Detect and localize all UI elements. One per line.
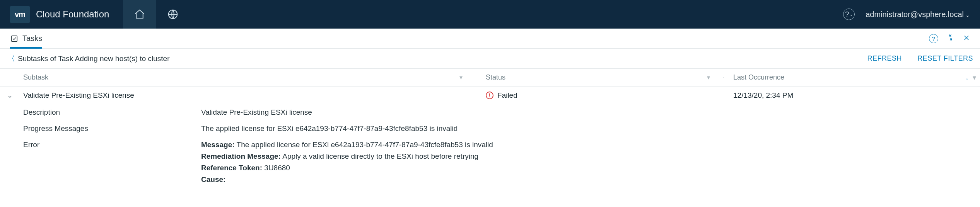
detail-value: The applied license for ESXi e642a193-b7… bbox=[201, 124, 980, 133]
message-label: Message: bbox=[201, 141, 235, 149]
brand: vm Cloud Foundation bbox=[0, 6, 123, 23]
tab-label: Tasks bbox=[22, 34, 42, 43]
message-value: The applied license for ESXi e642a193-b7… bbox=[237, 141, 493, 149]
tab-actions: ? bbox=[929, 34, 970, 44]
column-label: Last Occurrence bbox=[733, 73, 784, 81]
filter-icon[interactable]: ▾ bbox=[707, 74, 710, 81]
detail-label: Progress Messages bbox=[0, 124, 201, 133]
detail-progress: Progress Messages The applied license fo… bbox=[0, 120, 980, 137]
vmware-logo: vm bbox=[10, 6, 30, 23]
column-header-last-occurrence[interactable]: Last Occurrence ↓▾ bbox=[723, 73, 980, 82]
panel-help-icon[interactable]: ? bbox=[929, 34, 938, 43]
subtask-name: Validate Pre-Existing ESXi license bbox=[23, 91, 134, 100]
collapse-icon[interactable] bbox=[947, 34, 954, 44]
reference-value: 3U8680 bbox=[264, 164, 290, 172]
status-badge: ! Failed bbox=[486, 91, 517, 100]
sort-controls[interactable]: ↓▾ bbox=[965, 73, 976, 82]
chevron-down-icon: ⌄ bbox=[965, 12, 970, 18]
row-details: Description Validate Pre-Existing ESXi l… bbox=[0, 104, 980, 191]
cause-label: Cause: bbox=[201, 175, 225, 183]
home-icon[interactable] bbox=[123, 0, 156, 29]
breadcrumb-text: Subtasks of Task Adding new host(s) to c… bbox=[18, 54, 170, 63]
filter-icon[interactable]: ▾ bbox=[973, 73, 976, 82]
detail-label: Error bbox=[0, 141, 201, 187]
detail-value: Message: The applied license for ESXi e6… bbox=[201, 141, 980, 187]
filter-icon[interactable]: ▾ bbox=[459, 74, 463, 81]
help-icon[interactable]: ?⌄ bbox=[843, 8, 855, 20]
column-header-status[interactable]: Status ▾ bbox=[476, 73, 723, 81]
column-label: Subtask bbox=[23, 73, 48, 81]
tasks-icon bbox=[10, 34, 19, 43]
column-header-subtask[interactable]: Subtask ▾ bbox=[0, 73, 476, 81]
breadcrumb-back[interactable]: 〈 Subtasks of Task Adding new host(s) to… bbox=[7, 53, 170, 64]
remediation-label: Remediation Message: bbox=[201, 152, 281, 160]
error-icon: ! bbox=[486, 92, 493, 99]
globe-icon[interactable] bbox=[156, 0, 190, 29]
cell-last-occurrence: 12/13/20, 2:34 PM bbox=[723, 91, 980, 100]
product-title: Cloud Foundation bbox=[36, 9, 109, 20]
sub-header: 〈 Subtasks of Task Adding new host(s) to… bbox=[0, 49, 980, 69]
table-header: Subtask ▾ Status ▾ Last Occurrence ↓▾ bbox=[0, 69, 980, 87]
close-icon[interactable] bbox=[963, 34, 970, 44]
detail-description: Description Validate Pre-Existing ESXi l… bbox=[0, 104, 980, 120]
header-actions: REFRESH RESET FILTERS bbox=[867, 54, 973, 63]
cell-status: ! Failed bbox=[476, 91, 723, 100]
svg-rect-1 bbox=[12, 36, 17, 41]
table-row[interactable]: ⌄ Validate Pre-Existing ESXi license ! F… bbox=[0, 87, 980, 104]
cell-subtask: ⌄ Validate Pre-Existing ESXi license bbox=[0, 91, 476, 100]
expand-toggle[interactable]: ⌄ bbox=[7, 91, 13, 100]
tab-tasks[interactable]: Tasks bbox=[10, 29, 42, 49]
remediation-value: Apply a valid license directly to the ES… bbox=[282, 152, 478, 160]
detail-value: Validate Pre-Existing ESXi license bbox=[201, 108, 980, 117]
last-occurrence-text: 12/13/20, 2:34 PM bbox=[733, 91, 793, 100]
user-area: ?⌄ administrator@vsphere.local⌄ bbox=[843, 8, 980, 20]
column-label: Status bbox=[486, 73, 505, 81]
reference-label: Reference Token: bbox=[201, 164, 262, 172]
detail-label: Description bbox=[0, 108, 201, 117]
detail-error: Error Message: The applied license for E… bbox=[0, 137, 980, 191]
user-menu[interactable]: administrator@vsphere.local⌄ bbox=[866, 10, 970, 19]
chevron-left-icon: 〈 bbox=[7, 53, 15, 64]
top-bar: vm Cloud Foundation ?⌄ administrator@vsp… bbox=[0, 0, 980, 29]
refresh-button[interactable]: REFRESH bbox=[867, 54, 902, 63]
sort-desc-icon[interactable]: ↓ bbox=[965, 73, 969, 82]
reset-filters-button[interactable]: RESET FILTERS bbox=[917, 54, 973, 63]
status-text: Failed bbox=[497, 91, 517, 100]
tab-bar: Tasks ? bbox=[0, 29, 980, 49]
user-name: administrator@vsphere.local bbox=[866, 10, 964, 19]
